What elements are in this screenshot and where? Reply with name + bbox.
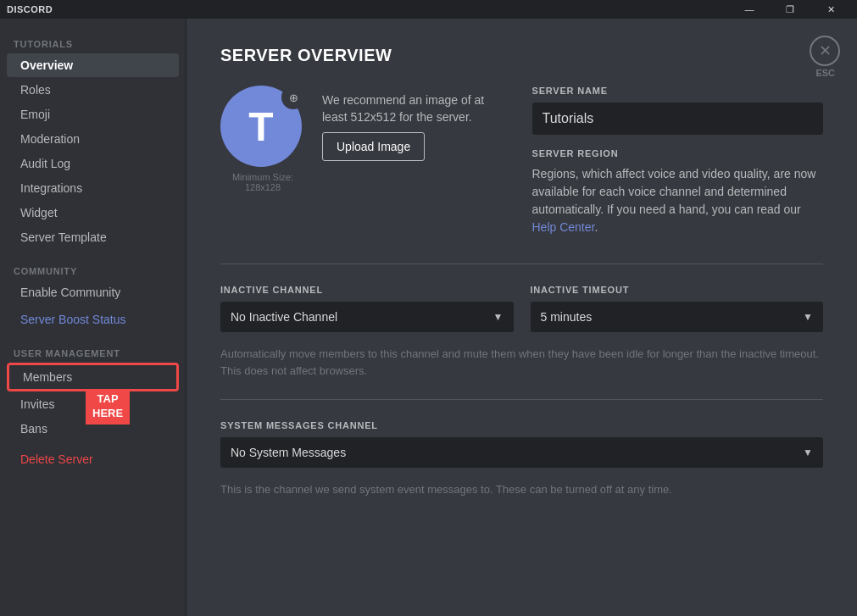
close-button[interactable]: ✕ [810, 36, 840, 66]
upload-image-button[interactable]: Upload Image [322, 132, 425, 161]
page-title: SERVER OVERVIEW [220, 46, 823, 65]
app-title: DISCORD [7, 4, 53, 14]
app-body: TUTORIALS Overview Roles Emoji Moderatio… [0, 19, 857, 616]
camera-icon: ⊕ [289, 92, 298, 104]
server-region-section: SERVER REGION Regions, which affect voic… [532, 148, 824, 236]
sidebar-item-members[interactable]: Members [9, 365, 176, 389]
sidebar-item-server-template[interactable]: Server Template [7, 225, 179, 249]
window-close-button[interactable]: ✕ [811, 0, 850, 19]
server-region-text: Regions, which affect voice and video qu… [532, 165, 824, 236]
upload-hint-text: We recommend an image of at least 512x51… [322, 92, 512, 125]
sidebar: TUTORIALS Overview Roles Emoji Moderatio… [0, 19, 186, 616]
system-messages-hint-text: This is the channel we send system event… [220, 481, 823, 498]
server-icon-section: T ⊕ Minimum Size: 128x128 We recommend a… [220, 86, 512, 209]
server-icon-upload-section: We recommend an image of at least 512x51… [322, 86, 512, 161]
section-label-user-management: USER MANAGEMENT [0, 341, 186, 362]
inactive-hint-text: Automatically move members to this chann… [220, 346, 823, 379]
inactive-timeout-select-wrapper: 5 minutes ▼ [531, 302, 824, 332]
server-icon-min-size: Minimum Size: 128x128 [220, 172, 305, 192]
sidebar-item-overview[interactable]: Overview [7, 53, 179, 77]
system-messages-select[interactable]: No System Messages [220, 437, 823, 468]
sidebar-item-widget[interactable]: Widget [7, 201, 179, 225]
inactive-timeout-label: INACTIVE TIMEOUT [531, 285, 824, 295]
sidebar-item-enable-community[interactable]: Enable Community [7, 280, 179, 304]
system-messages-select-wrapper: No System Messages ▼ [220, 437, 823, 468]
inactive-row: INACTIVE CHANNEL No Inactive Channel ▼ I… [220, 285, 823, 332]
sidebar-item-integrations[interactable]: Integrations [7, 176, 179, 200]
main-content: ✕ ESC SERVER OVERVIEW T ⊕ Minimum Size: … [186, 19, 857, 616]
sidebar-item-server-boost-status[interactable]: Server Boost Status [7, 308, 179, 331]
inactive-channel-select[interactable]: No Inactive Channel [220, 302, 514, 332]
sidebar-item-delete-server[interactable]: Delete Server [7, 447, 179, 471]
section-label-community: COMMUNITY [0, 259, 186, 280]
server-name-label: SERVER NAME [532, 86, 824, 96]
tap-here-badge: TAP HERE [86, 389, 130, 425]
esc-label: ESC [815, 68, 835, 78]
sidebar-item-audit-log[interactable]: Audit Log [7, 152, 179, 175]
server-name-section: SERVER NAME SERVER REGION Regions, which… [532, 86, 824, 236]
minimize-button[interactable]: — [730, 0, 769, 19]
divider-2 [220, 399, 823, 400]
sidebar-item-roles[interactable]: Roles [7, 78, 179, 102]
section-label-tutorials: TUTORIALS [0, 32, 186, 53]
sidebar-item-emoji[interactable]: Emoji [7, 103, 179, 126]
sidebar-item-moderation[interactable]: Moderation [7, 127, 179, 151]
inactive-channel-label: INACTIVE CHANNEL [220, 285, 514, 295]
system-messages-row: SYSTEM MESSAGES CHANNEL No System Messag… [220, 420, 823, 468]
maximize-button[interactable]: ❐ [771, 0, 810, 19]
inactive-channel-select-wrapper: No Inactive Channel ▼ [220, 302, 514, 332]
inactive-timeout-col: INACTIVE TIMEOUT 5 minutes ▼ [531, 285, 824, 332]
server-name-input[interactable] [532, 103, 824, 135]
help-center-link[interactable]: Help Center [532, 220, 595, 234]
inactive-channel-col: INACTIVE CHANNEL No Inactive Channel ▼ [220, 285, 514, 332]
window-controls: — ❐ ✕ [730, 0, 850, 19]
top-section: T ⊕ Minimum Size: 128x128 We recommend a… [220, 86, 823, 236]
titlebar: DISCORD — ❐ ✕ [0, 0, 857, 19]
server-region-label: SERVER REGION [532, 148, 824, 158]
server-icon-wrapper: T ⊕ Minimum Size: 128x128 [220, 86, 305, 192]
sidebar-item-members-container: Members TAP HERE [7, 363, 179, 391]
inactive-timeout-select[interactable]: 5 minutes [531, 302, 824, 332]
divider-1 [220, 264, 823, 264]
system-messages-label: SYSTEM MESSAGES CHANNEL [220, 420, 823, 430]
server-icon-edit-button[interactable]: ⊕ [281, 86, 305, 109]
